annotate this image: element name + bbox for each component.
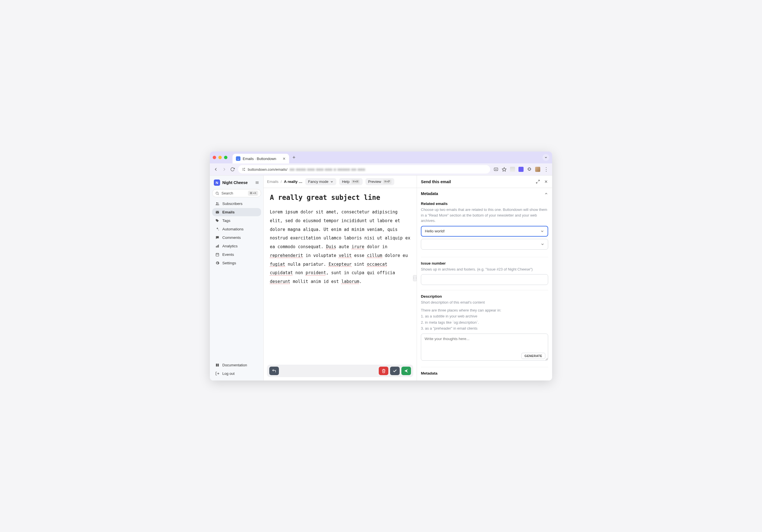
brand-logo: N bbox=[214, 179, 220, 186]
profile-chip[interactable] bbox=[510, 167, 515, 172]
undo-button[interactable] bbox=[269, 366, 279, 375]
generate-button[interactable]: GENERATE bbox=[521, 353, 545, 359]
sidebar-item-label: Automations bbox=[222, 227, 244, 231]
panel-resize-handle[interactable]: ⋮⋮ bbox=[413, 275, 417, 281]
sidebar-item-settings[interactable]: Settings bbox=[212, 259, 261, 267]
close-window-button[interactable] bbox=[213, 156, 216, 159]
svg-point-14 bbox=[216, 202, 217, 204]
sidebar-item-tags[interactable]: Tags bbox=[212, 217, 261, 225]
save-button[interactable] bbox=[390, 366, 400, 375]
svg-point-4 bbox=[244, 170, 245, 170]
calendar-icon bbox=[215, 252, 219, 257]
related-email-select-1[interactable]: Hello world! bbox=[421, 226, 548, 236]
right-panel-title: Send this email bbox=[421, 179, 451, 184]
search-kbd: ⌘+K bbox=[248, 191, 258, 196]
address-input[interactable]: buttondown.com/emails/ ■■ ■■■■ ■■■ ■■■ ■… bbox=[238, 165, 490, 173]
svg-rect-18 bbox=[217, 245, 218, 248]
window-controls bbox=[213, 156, 227, 159]
related-emails-section: Related emails Choose up two emails that… bbox=[421, 198, 548, 257]
help-kbd: ⌘+H bbox=[351, 179, 360, 184]
browser-menu-button[interactable]: ⋮ bbox=[544, 166, 549, 172]
right-panel-header: Send this email bbox=[417, 175, 552, 188]
expand-panel-button[interactable] bbox=[536, 179, 540, 184]
sidebar-item-events[interactable]: Events bbox=[212, 250, 261, 259]
sidebar-item-documentation[interactable]: Documentation bbox=[212, 361, 261, 369]
install-app-icon[interactable] bbox=[494, 167, 498, 172]
breadcrumb-current: A really … bbox=[284, 179, 303, 184]
send-button[interactable] bbox=[401, 366, 411, 375]
metadata-heading: Metadata bbox=[421, 191, 438, 196]
sidebar-item-automations[interactable]: Automations bbox=[212, 225, 261, 233]
close-panel-button[interactable] bbox=[544, 179, 548, 184]
description-help-1: Short description of this email's conten… bbox=[421, 299, 548, 305]
chevron-up-icon bbox=[544, 192, 548, 196]
right-panel: Send this email Metadata bbox=[417, 175, 552, 380]
chevron-down-icon bbox=[330, 180, 334, 183]
metadata-section-header[interactable]: Metadata bbox=[421, 191, 548, 196]
chevron-down-icon bbox=[540, 229, 544, 233]
related-emails-help: Choose up two emails that are related to… bbox=[421, 207, 548, 224]
sidebar-item-subscribers[interactable]: Subscribers bbox=[212, 200, 261, 208]
brand: N Night Cheese bbox=[212, 178, 261, 189]
mode-dropdown[interactable]: Fancy mode bbox=[305, 178, 336, 185]
close-tab-button[interactable]: ✕ bbox=[282, 157, 286, 161]
breadcrumb: Emails / A really … bbox=[267, 179, 302, 184]
gear-icon bbox=[215, 261, 219, 265]
description-help-5: 3. as a "preheader" in email clients bbox=[421, 326, 548, 331]
profile-chip-2[interactable] bbox=[518, 167, 524, 172]
issue-number-input[interactable] bbox=[421, 274, 548, 285]
search-placeholder: Search bbox=[221, 191, 233, 195]
site-settings-icon[interactable] bbox=[242, 167, 246, 171]
sidebar-item-emails[interactable]: Emails bbox=[212, 208, 261, 216]
issue-number-help: Shows up in archives and footers. (e.g. … bbox=[421, 267, 548, 272]
minimize-window-button[interactable] bbox=[218, 156, 222, 159]
url-text: buttondown.com/emails/ bbox=[248, 167, 287, 171]
sidebar-item-analytics[interactable]: Analytics bbox=[212, 242, 261, 250]
svg-line-28 bbox=[536, 182, 537, 183]
search-icon bbox=[215, 191, 219, 195]
editor-panel: Emails / A really … Fancy mode Help ⌘+H … bbox=[264, 175, 417, 380]
sidebar-item-label: Analytics bbox=[222, 244, 238, 248]
search-input[interactable]: Search ⌘+K bbox=[212, 189, 261, 197]
editor-content[interactable]: A really great subject line Lorem ipsum … bbox=[264, 188, 417, 380]
sidebar-item-logout[interactable]: Log out bbox=[212, 369, 261, 378]
url-blurred: ■■ ■■■■ ■■■ ■■■ ■■■ ■ ■■■■■ ■■ ■■■ bbox=[290, 167, 365, 171]
description-section: Description Short description of this em… bbox=[421, 290, 548, 367]
new-tab-button[interactable]: + bbox=[291, 155, 297, 161]
svg-marker-8 bbox=[502, 167, 506, 171]
forward-button[interactable] bbox=[222, 167, 227, 172]
mail-icon bbox=[215, 210, 219, 214]
profile-avatar[interactable] bbox=[535, 167, 540, 172]
help-label: Help bbox=[342, 179, 349, 184]
help-button[interactable]: Help ⌘+H bbox=[339, 178, 363, 185]
email-subject[interactable]: A really great subject line bbox=[270, 194, 411, 202]
bookmark-icon[interactable] bbox=[502, 167, 506, 172]
related-email-select-2[interactable] bbox=[421, 239, 548, 250]
sidebar-item-comments[interactable]: Comments bbox=[212, 233, 261, 242]
users-icon bbox=[215, 202, 219, 206]
sidebar-toggle-button[interactable] bbox=[255, 180, 260, 185]
back-button[interactable] bbox=[213, 167, 218, 172]
svg-rect-19 bbox=[218, 245, 219, 248]
metadata2-heading: Metadata bbox=[421, 371, 548, 375]
breadcrumb-root[interactable]: Emails bbox=[267, 179, 278, 184]
delete-button[interactable] bbox=[379, 366, 388, 375]
chart-icon bbox=[215, 244, 219, 248]
preview-button[interactable]: Preview ⌘+P bbox=[365, 178, 394, 185]
tabs-dropdown-button[interactable] bbox=[543, 154, 549, 161]
right-panel-body: Metadata Related emails Choose up two em… bbox=[417, 188, 552, 380]
reload-button[interactable] bbox=[230, 167, 235, 171]
svg-line-27 bbox=[538, 180, 539, 181]
description-help-4: 2. in meta tags like `og:description`. bbox=[421, 320, 548, 325]
sidebar-item-label: Documentation bbox=[222, 363, 247, 367]
email-body[interactable]: Lorem ipsum dolor sit amet, consectetur … bbox=[270, 208, 411, 286]
related-emails-label: Related emails bbox=[421, 202, 548, 206]
maximize-window-button[interactable] bbox=[224, 156, 227, 159]
sidebar-nav: Subscribers Emails Tags Automations Comm… bbox=[212, 200, 261, 267]
tab-title: Emails · Buttondown bbox=[243, 157, 276, 161]
issue-number-section: Issue number Shows up in archives and fo… bbox=[421, 257, 548, 291]
browser-tab[interactable]: ⌄ Emails · Buttondown ✕ bbox=[233, 154, 289, 164]
sidebar-item-label: Events bbox=[222, 252, 234, 257]
svg-rect-25 bbox=[217, 364, 219, 366]
extensions-icon[interactable] bbox=[527, 167, 532, 172]
